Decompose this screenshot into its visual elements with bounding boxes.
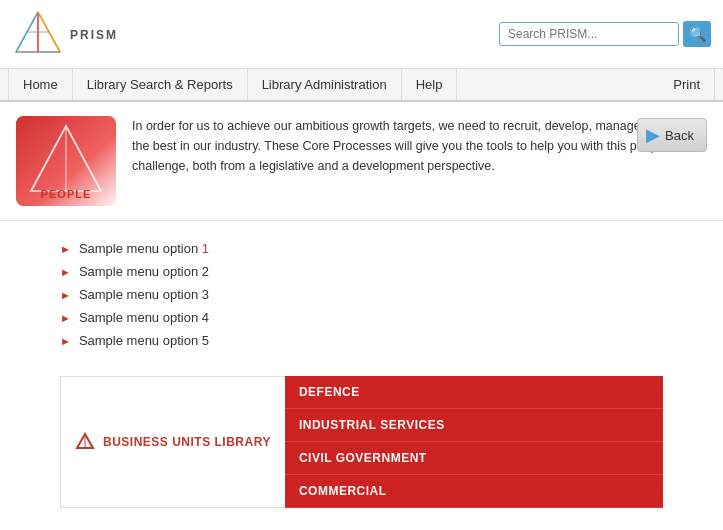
arrow-icon-4: ►	[60, 312, 71, 324]
menu-option-3-label: Sample menu option 3	[79, 287, 209, 302]
nav-home[interactable]: Home	[8, 69, 73, 100]
menu-option-5-label: Sample menu option 5	[79, 333, 209, 348]
menu-option-4[interactable]: ► Sample menu option 4	[60, 306, 723, 329]
back-arrow-icon: ▶	[646, 124, 660, 146]
library-item-defence[interactable]: DEFENCE	[285, 376, 663, 409]
menu-options: ► Sample menu option 1 ► Sample menu opt…	[0, 221, 723, 368]
prism-logo-icon	[12, 8, 64, 60]
nav-library-admin[interactable]: Library Administration	[248, 69, 402, 100]
header: PRISM 🔍	[0, 0, 723, 69]
library-header-label: BUSINESS UNITS LIBRARY	[103, 435, 271, 449]
nav-print[interactable]: Print	[659, 69, 715, 100]
arrow-icon-2: ►	[60, 266, 71, 278]
library-item-industrial[interactable]: INDUSTRIAL SERVICES	[285, 409, 663, 442]
arrow-icon-1: ►	[60, 243, 71, 255]
people-label: PEOPLE	[41, 188, 92, 200]
menu-option-5[interactable]: ► Sample menu option 5	[60, 329, 723, 352]
back-button[interactable]: ▶ Back	[637, 118, 707, 152]
library-logo-icon	[75, 432, 95, 452]
arrow-icon-5: ►	[60, 335, 71, 347]
hero-section: PEOPLE In order for us to achieve our am…	[0, 102, 723, 221]
menu-option-1-label: Sample menu option 1	[79, 241, 209, 256]
search-button[interactable]: 🔍	[683, 21, 711, 47]
menu-option-4-label: Sample menu option 4	[79, 310, 209, 325]
navbar: Home Library Search & Reports Library Ad…	[0, 69, 723, 102]
search-area: 🔍	[499, 21, 711, 47]
hero-image: PEOPLE	[16, 116, 116, 206]
menu-option-2[interactable]: ► Sample menu option 2	[60, 260, 723, 283]
logo-area: PRISM	[12, 8, 118, 60]
menu-option-1[interactable]: ► Sample menu option 1	[60, 237, 723, 260]
arrow-icon-3: ►	[60, 289, 71, 301]
logo-text: PRISM	[70, 28, 118, 42]
search-icon: 🔍	[689, 26, 706, 42]
search-input[interactable]	[499, 22, 679, 46]
library-header[interactable]: BUSINESS UNITS LIBRARY	[60, 376, 285, 508]
nav-library-search[interactable]: Library Search & Reports	[73, 69, 248, 100]
library-items-list: DEFENCE INDUSTRIAL SERVICES CIVIL GOVERN…	[285, 376, 663, 508]
back-label: Back	[665, 128, 694, 143]
menu-option-3[interactable]: ► Sample menu option 3	[60, 283, 723, 306]
menu-option-2-label: Sample menu option 2	[79, 264, 209, 279]
hero-description: In order for us to achieve our ambitious…	[132, 116, 707, 176]
library-section: BUSINESS UNITS LIBRARY DEFENCE INDUSTRIA…	[60, 376, 663, 508]
library-item-civil[interactable]: CIVIL GOVERNMENT	[285, 442, 663, 475]
library-item-commercial[interactable]: COMMERCIAL	[285, 475, 663, 508]
nav-help[interactable]: Help	[402, 69, 458, 100]
